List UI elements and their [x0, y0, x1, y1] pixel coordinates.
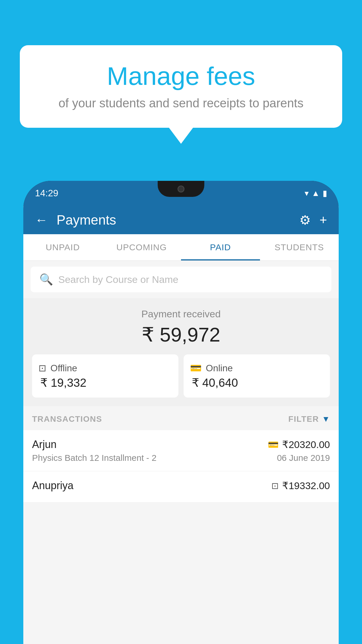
speech-bubble-subtitle: of your students and send receipts to pa… [37, 96, 325, 110]
search-input[interactable]: Search by Course or Name [58, 274, 178, 285]
online-card-header: 💳 Online [190, 363, 324, 374]
filter-label: FILTER [288, 414, 319, 424]
transaction-amount: ₹20320.00 [282, 439, 330, 450]
app-screen: ← Payments ⚙ + UNPAID UPCOMING PAID STUD… [23, 206, 339, 644]
status-time: 14:29 [35, 188, 58, 199]
online-label: Online [206, 363, 233, 374]
search-icon: 🔍 [39, 273, 53, 286]
tab-unpaid[interactable]: UNPAID [23, 234, 102, 260]
status-bar: 14:29 ▾ ▲ ▮ [23, 181, 339, 206]
speech-bubble: Manage fees of your students and send re… [20, 45, 342, 128]
offline-icon: ⊡ [38, 363, 46, 374]
battery-icon: ▮ [323, 188, 327, 198]
transaction-date: 06 June 2019 [277, 453, 330, 463]
tab-students[interactable]: STUDENTS [260, 234, 339, 260]
page-title: Payments [57, 212, 291, 228]
payment-type-icon: 💳 [268, 440, 279, 450]
offline-card-header: ⊡ Offline [38, 363, 172, 374]
payment-total-amount: ₹ 59,972 [32, 323, 330, 346]
transaction-top: Arjun 💳 ₹20320.00 [32, 438, 330, 451]
tab-paid[interactable]: PAID [181, 234, 260, 260]
transaction-name: Arjun [32, 438, 57, 451]
payment-received-label: Payment received [32, 308, 330, 320]
transaction-name: Anupriya [32, 480, 73, 492]
status-icons: ▾ ▲ ▮ [305, 188, 327, 198]
camera [178, 186, 184, 192]
phone-frame: 14:29 ▾ ▲ ▮ ← Payments ⚙ + UNPAID UPCOM [23, 181, 339, 644]
transaction-top: Anupriya ⊡ ₹19332.00 [32, 480, 330, 492]
payment-type-icon: ⊡ [271, 481, 279, 491]
notch [158, 181, 204, 197]
transaction-bottom: Physics Batch 12 Installment - 2 06 June… [32, 453, 330, 463]
online-amount: ₹ 40,640 [190, 376, 324, 389]
transaction-amount: ₹19332.00 [282, 480, 330, 491]
offline-amount: ₹ 19,332 [38, 376, 172, 389]
offline-label: Offline [50, 363, 77, 374]
online-card: 💳 Online ₹ 40,640 [184, 354, 330, 398]
settings-icon[interactable]: ⚙ [299, 213, 311, 228]
transaction-course: Physics Batch 12 Installment - 2 [32, 453, 157, 463]
transactions-label: TRANSACTIONS [32, 414, 102, 424]
add-icon[interactable]: + [319, 213, 327, 227]
app-header: ← Payments ⚙ + [23, 206, 339, 234]
tab-upcoming[interactable]: UPCOMING [102, 234, 181, 260]
back-button[interactable]: ← [35, 213, 48, 227]
online-icon: 💳 [190, 363, 202, 374]
filter-section[interactable]: FILTER ▼ [288, 414, 330, 424]
speech-bubble-container: Manage fees of your students and send re… [20, 45, 342, 128]
table-row[interactable]: Anupriya ⊡ ₹19332.00 [23, 471, 339, 503]
transaction-amount-row: ⊡ ₹19332.00 [271, 480, 330, 491]
search-bar[interactable]: 🔍 Search by Course or Name [31, 267, 331, 292]
signal-icon: ▲ [312, 189, 320, 198]
table-row[interactable]: Arjun 💳 ₹20320.00 Physics Batch 12 Insta… [23, 430, 339, 471]
payment-cards: ⊡ Offline ₹ 19,332 💳 Online ₹ 40,640 [32, 354, 330, 398]
filter-icon: ▼ [322, 414, 330, 424]
transactions-header: TRANSACTIONS FILTER ▼ [23, 406, 339, 430]
speech-bubble-title: Manage fees [37, 61, 325, 91]
wifi-icon: ▾ [305, 188, 309, 198]
transaction-amount-row: 💳 ₹20320.00 [268, 439, 330, 450]
header-icons: ⚙ + [299, 213, 327, 228]
payment-summary: Payment received ₹ 59,972 ⊡ Offline ₹ 19… [23, 298, 339, 406]
offline-card: ⊡ Offline ₹ 19,332 [32, 354, 178, 398]
tabs-bar: UNPAID UPCOMING PAID STUDENTS [23, 234, 339, 261]
